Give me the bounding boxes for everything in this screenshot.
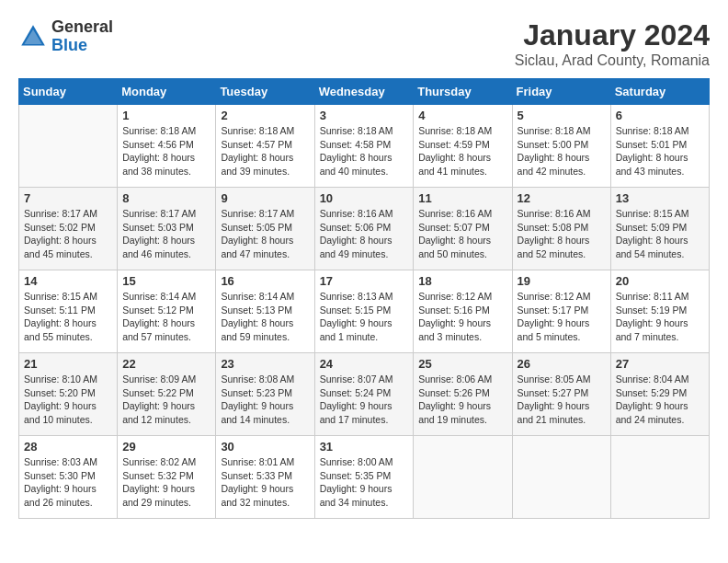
calendar-cell: 29Sunrise: 8:02 AMSunset: 5:32 PMDayligh…	[118, 436, 216, 519]
day-info: Sunrise: 8:16 AMSunset: 5:06 PMDaylight:…	[320, 207, 409, 261]
calendar-week-row: 1Sunrise: 8:18 AMSunset: 4:56 PMDaylight…	[19, 105, 710, 188]
calendar-cell: 31Sunrise: 8:00 AMSunset: 5:35 PMDayligh…	[314, 436, 414, 519]
calendar-cell	[414, 436, 512, 519]
day-number: 20	[616, 274, 704, 288]
calendar-cell: 6Sunrise: 8:18 AMSunset: 5:01 PMDaylight…	[610, 105, 709, 188]
day-info: Sunrise: 8:01 AMSunset: 5:33 PMDaylight:…	[221, 455, 309, 510]
day-info: Sunrise: 8:12 AMSunset: 5:17 PMDaylight:…	[518, 290, 606, 344]
calendar-cell: 28Sunrise: 8:03 AMSunset: 5:30 PMDayligh…	[19, 436, 118, 519]
calendar-cell: 9Sunrise: 8:17 AMSunset: 5:05 PMDaylight…	[216, 188, 314, 270]
day-number: 12	[518, 191, 606, 205]
calendar-cell: 19Sunrise: 8:12 AMSunset: 5:17 PMDayligh…	[512, 270, 610, 353]
day-number: 24	[320, 357, 409, 371]
day-info: Sunrise: 8:00 AMSunset: 5:35 PMDaylight:…	[320, 455, 409, 510]
calendar-cell: 18Sunrise: 8:12 AMSunset: 5:16 PMDayligh…	[414, 270, 512, 353]
day-number: 23	[221, 357, 309, 371]
calendar-cell: 14Sunrise: 8:15 AMSunset: 5:11 PMDayligh…	[19, 270, 118, 353]
day-info: Sunrise: 8:18 AMSunset: 5:01 PMDaylight:…	[616, 124, 704, 178]
day-info: Sunrise: 8:18 AMSunset: 4:58 PMDaylight:…	[320, 124, 409, 178]
calendar-cell: 20Sunrise: 8:11 AMSunset: 5:19 PMDayligh…	[610, 270, 709, 353]
calendar-week-row: 14Sunrise: 8:15 AMSunset: 5:11 PMDayligh…	[19, 270, 710, 353]
page-title: January 2024	[515, 18, 710, 52]
day-info: Sunrise: 8:05 AMSunset: 5:27 PMDaylight:…	[518, 373, 606, 427]
day-info: Sunrise: 8:11 AMSunset: 5:19 PMDaylight:…	[616, 290, 704, 344]
calendar-cell: 5Sunrise: 8:18 AMSunset: 5:00 PMDaylight…	[512, 105, 610, 188]
day-info: Sunrise: 8:14 AMSunset: 5:12 PMDaylight:…	[122, 290, 210, 344]
day-number: 4	[418, 109, 506, 122]
day-of-week-header: Monday	[118, 79, 216, 105]
day-number: 16	[221, 274, 309, 288]
calendar-cell: 21Sunrise: 8:10 AMSunset: 5:20 PMDayligh…	[19, 353, 118, 436]
day-info: Sunrise: 8:15 AMSunset: 5:11 PMDaylight:…	[24, 290, 112, 344]
day-info: Sunrise: 8:03 AMSunset: 5:30 PMDaylight:…	[24, 455, 112, 510]
day-number: 2	[221, 109, 309, 122]
calendar-cell: 17Sunrise: 8:13 AMSunset: 5:15 PMDayligh…	[314, 270, 414, 353]
calendar-cell: 8Sunrise: 8:17 AMSunset: 5:03 PMDaylight…	[118, 188, 216, 270]
calendar-cell: 22Sunrise: 8:09 AMSunset: 5:22 PMDayligh…	[118, 353, 216, 436]
day-number: 21	[24, 357, 112, 371]
day-info: Sunrise: 8:16 AMSunset: 5:07 PMDaylight:…	[418, 207, 506, 261]
calendar-cell: 10Sunrise: 8:16 AMSunset: 5:06 PMDayligh…	[314, 188, 414, 270]
day-info: Sunrise: 8:12 AMSunset: 5:16 PMDaylight:…	[418, 290, 506, 344]
day-number: 26	[518, 357, 606, 371]
calendar-week-row: 21Sunrise: 8:10 AMSunset: 5:20 PMDayligh…	[19, 353, 710, 436]
calendar-body: 1Sunrise: 8:18 AMSunset: 4:56 PMDaylight…	[19, 105, 710, 519]
day-info: Sunrise: 8:16 AMSunset: 5:08 PMDaylight:…	[518, 207, 606, 261]
day-of-week-header: Thursday	[414, 79, 512, 105]
day-number: 6	[616, 109, 704, 122]
calendar-header: SundayMondayTuesdayWednesdayThursdayFrid…	[19, 79, 710, 105]
day-number: 7	[24, 191, 112, 205]
day-number: 15	[122, 274, 210, 288]
day-info: Sunrise: 8:04 AMSunset: 5:29 PMDaylight:…	[616, 373, 704, 427]
day-info: Sunrise: 8:06 AMSunset: 5:26 PMDaylight:…	[418, 373, 506, 427]
day-info: Sunrise: 8:07 AMSunset: 5:24 PMDaylight:…	[320, 373, 409, 427]
day-info: Sunrise: 8:18 AMSunset: 4:56 PMDaylight:…	[122, 124, 210, 178]
day-info: Sunrise: 8:18 AMSunset: 4:59 PMDaylight:…	[418, 124, 506, 178]
calendar-cell: 2Sunrise: 8:18 AMSunset: 4:57 PMDaylight…	[216, 105, 314, 188]
logo-icon	[18, 22, 48, 52]
calendar-week-row: 28Sunrise: 8:03 AMSunset: 5:30 PMDayligh…	[19, 436, 710, 519]
day-number: 19	[518, 274, 606, 288]
calendar-week-row: 7Sunrise: 8:17 AMSunset: 5:02 PMDaylight…	[19, 188, 710, 270]
calendar-cell: 27Sunrise: 8:04 AMSunset: 5:29 PMDayligh…	[610, 353, 709, 436]
day-number: 29	[122, 440, 210, 454]
calendar-cell	[19, 105, 118, 188]
day-number: 5	[518, 109, 606, 122]
day-number: 25	[418, 357, 506, 371]
calendar-cell: 15Sunrise: 8:14 AMSunset: 5:12 PMDayligh…	[118, 270, 216, 353]
calendar-cell: 4Sunrise: 8:18 AMSunset: 4:59 PMDaylight…	[414, 105, 512, 188]
day-info: Sunrise: 8:18 AMSunset: 4:57 PMDaylight:…	[221, 124, 309, 178]
day-info: Sunrise: 8:17 AMSunset: 5:02 PMDaylight:…	[24, 207, 112, 261]
calendar-cell: 13Sunrise: 8:15 AMSunset: 5:09 PMDayligh…	[610, 188, 709, 270]
day-number: 14	[24, 274, 112, 288]
calendar-cell: 1Sunrise: 8:18 AMSunset: 4:56 PMDaylight…	[118, 105, 216, 188]
day-number: 13	[616, 191, 704, 205]
calendar-cell: 24Sunrise: 8:07 AMSunset: 5:24 PMDayligh…	[314, 353, 414, 436]
day-info: Sunrise: 8:17 AMSunset: 5:03 PMDaylight:…	[122, 207, 210, 261]
calendar-cell: 26Sunrise: 8:05 AMSunset: 5:27 PMDayligh…	[512, 353, 610, 436]
day-number: 18	[418, 274, 506, 288]
calendar-cell	[610, 436, 709, 519]
calendar-cell: 30Sunrise: 8:01 AMSunset: 5:33 PMDayligh…	[216, 436, 314, 519]
calendar-table: SundayMondayTuesdayWednesdayThursdayFrid…	[18, 78, 710, 519]
day-of-week-header: Friday	[512, 79, 610, 105]
day-info: Sunrise: 8:08 AMSunset: 5:23 PMDaylight:…	[221, 373, 309, 427]
day-number: 11	[418, 191, 506, 205]
day-info: Sunrise: 8:09 AMSunset: 5:22 PMDaylight:…	[122, 373, 210, 427]
day-number: 1	[122, 109, 210, 122]
day-number: 10	[320, 191, 409, 205]
day-number: 28	[24, 440, 112, 454]
calendar-cell: 25Sunrise: 8:06 AMSunset: 5:26 PMDayligh…	[414, 353, 512, 436]
day-info: Sunrise: 8:17 AMSunset: 5:05 PMDaylight:…	[221, 207, 309, 261]
day-number: 9	[221, 191, 309, 205]
title-area: January 2024 Siclau, Arad County, Romani…	[515, 18, 710, 69]
calendar-cell: 3Sunrise: 8:18 AMSunset: 4:58 PMDaylight…	[314, 105, 414, 188]
day-of-week-header: Wednesday	[314, 79, 414, 105]
calendar-cell: 16Sunrise: 8:14 AMSunset: 5:13 PMDayligh…	[216, 270, 314, 353]
day-info: Sunrise: 8:02 AMSunset: 5:32 PMDaylight:…	[122, 455, 210, 510]
calendar-cell: 12Sunrise: 8:16 AMSunset: 5:08 PMDayligh…	[512, 188, 610, 270]
day-number: 27	[616, 357, 704, 371]
day-of-week-header: Saturday	[610, 79, 709, 105]
day-number: 8	[122, 191, 210, 205]
day-info: Sunrise: 8:14 AMSunset: 5:13 PMDaylight:…	[221, 290, 309, 344]
